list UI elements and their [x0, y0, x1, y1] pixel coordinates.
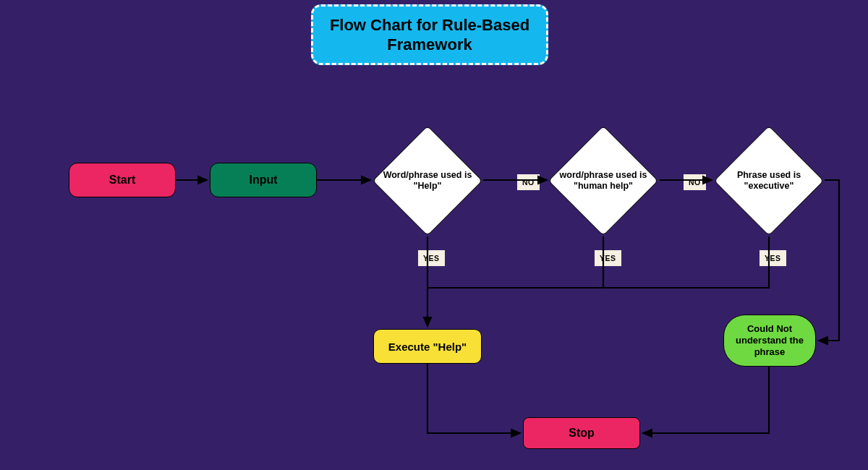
- could-not-node: Could Not understand the phrase: [723, 315, 816, 367]
- connectors: [0, 0, 868, 470]
- label-yes-2: YES: [595, 250, 621, 266]
- label-no-1: NO: [517, 174, 540, 190]
- execute-node: Execute "Help": [373, 329, 482, 364]
- label-yes-1: YES: [418, 250, 445, 266]
- title: Flow Chart for Rule-Based Framework: [311, 4, 548, 65]
- start-node: Start: [69, 163, 176, 197]
- decision-human-help: word/phrase used is"human help": [549, 127, 658, 235]
- decision-executive: Phrase used is"executive": [715, 127, 823, 235]
- label-no-2: NO: [684, 174, 706, 190]
- stop-node: Stop: [523, 417, 640, 449]
- label-yes-3: YES: [760, 250, 786, 266]
- decision-help: Word/phrase used is"Help": [373, 127, 482, 235]
- input-node: Input: [210, 163, 317, 197]
